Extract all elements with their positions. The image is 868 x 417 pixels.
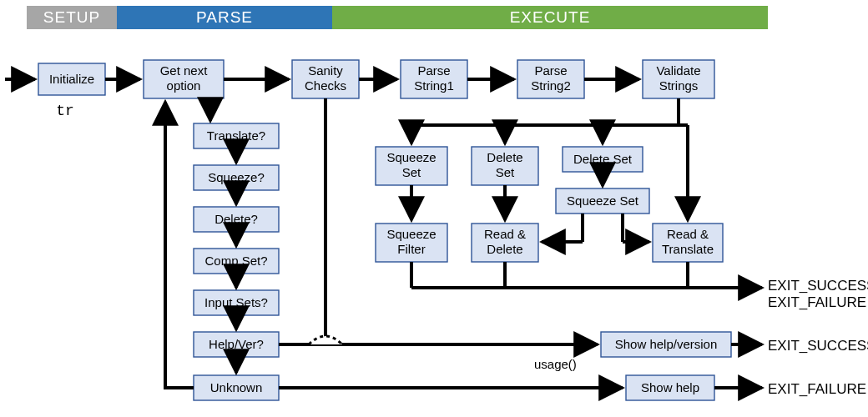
- node-show-help: Show help: [626, 375, 714, 400]
- svg-text:Squeeze?: Squeeze?: [208, 170, 265, 184]
- node-get-next-option: Get next option: [144, 60, 224, 98]
- svg-text:Sanity: Sanity: [308, 63, 343, 78]
- node-parse-string1: Parse String1: [401, 60, 467, 98]
- svg-text:Strings: Strings: [659, 78, 699, 93]
- label-exit-failure-1: EXIT_FAILURE: [768, 294, 866, 310]
- svg-text:Delete Set: Delete Set: [573, 152, 633, 166]
- node-squeeze-set-b: Squeeze Set: [556, 188, 649, 214]
- label-exit-success-2: EXIT_SUCCESS: [768, 338, 868, 354]
- svg-text:Squeeze: Squeeze: [386, 227, 436, 241]
- node-validate-strings: Validate Strings: [643, 60, 714, 98]
- svg-text:Translate?: Translate?: [207, 128, 265, 143]
- label-usage: usage(): [534, 357, 577, 371]
- svg-text:String1: String1: [414, 78, 454, 93]
- svg-text:String2: String2: [531, 78, 571, 93]
- svg-text:Delete?: Delete?: [214, 212, 258, 226]
- node-read-translate: Read & Translate: [653, 224, 723, 262]
- svg-text:Checks: Checks: [305, 78, 346, 93]
- node-squeeze-set-a: Squeeze Set: [376, 147, 447, 185]
- phase-parse-label: PARSE: [196, 8, 253, 26]
- svg-text:option: option: [167, 78, 201, 93]
- svg-text:Validate: Validate: [656, 63, 700, 78]
- svg-text:Squeeze Set: Squeeze Set: [567, 193, 639, 208]
- phase-bar: SETUP PARSE EXECUTE: [27, 6, 768, 29]
- svg-text:Set: Set: [496, 165, 515, 179]
- node-comp-set-q: Comp Set?: [194, 249, 279, 274]
- svg-text:Parse: Parse: [417, 63, 450, 78]
- svg-text:Squeeze: Squeeze: [386, 150, 436, 164]
- svg-text:Unknown: Unknown: [210, 380, 263, 394]
- svg-text:Filter: Filter: [397, 242, 425, 256]
- node-sanity-checks: Sanity Checks: [292, 60, 359, 98]
- svg-text:Input Sets?: Input Sets?: [204, 295, 268, 309]
- node-input-sets-q: Input Sets?: [194, 290, 279, 315]
- node-initialize: Initialize: [38, 63, 105, 95]
- node-delete-set-a: Delete Set: [472, 147, 538, 185]
- node-squeeze-q: Squeeze?: [194, 165, 279, 190]
- phase-setup-label: SETUP: [43, 8, 100, 26]
- node-delete-q: Delete?: [194, 207, 279, 232]
- svg-text:Get next: Get next: [160, 63, 209, 78]
- node-parse-string2: Parse String2: [517, 60, 584, 98]
- node-squeeze-filter: Squeeze Filter: [376, 224, 447, 262]
- svg-text:Show help/version: Show help/version: [615, 337, 718, 351]
- svg-text:Parse: Parse: [534, 63, 567, 78]
- svg-text:Set: Set: [402, 165, 421, 179]
- node-unknown: Unknown: [194, 375, 279, 400]
- node-delete-set-b: Delete Set: [563, 147, 643, 172]
- svg-text:Comp Set?: Comp Set?: [204, 254, 267, 268]
- label-exit-success-1: EXIT_SUCCESS: [768, 278, 868, 294]
- svg-text:Translate: Translate: [662, 242, 714, 256]
- svg-text:Delete: Delete: [487, 242, 522, 256]
- svg-text:Delete: Delete: [487, 150, 522, 164]
- label-tr: tr: [56, 103, 74, 119]
- node-show-help-version: Show help/version: [601, 332, 731, 357]
- svg-text:Read &: Read &: [667, 227, 709, 241]
- label-exit-failure-2: EXIT_FAILURE: [768, 381, 866, 397]
- svg-text:Help/Ver?: Help/Ver?: [209, 337, 264, 351]
- node-help-ver-q: Help/Ver?: [194, 332, 279, 357]
- svg-text:Initialize: Initialize: [49, 72, 94, 86]
- node-translate-q: Translate?: [194, 123, 279, 148]
- svg-text:Show help: Show help: [641, 380, 699, 394]
- phase-execute-label: EXECUTE: [510, 8, 591, 26]
- node-read-delete: Read & Delete: [472, 224, 538, 262]
- svg-text:Read &: Read &: [484, 227, 526, 241]
